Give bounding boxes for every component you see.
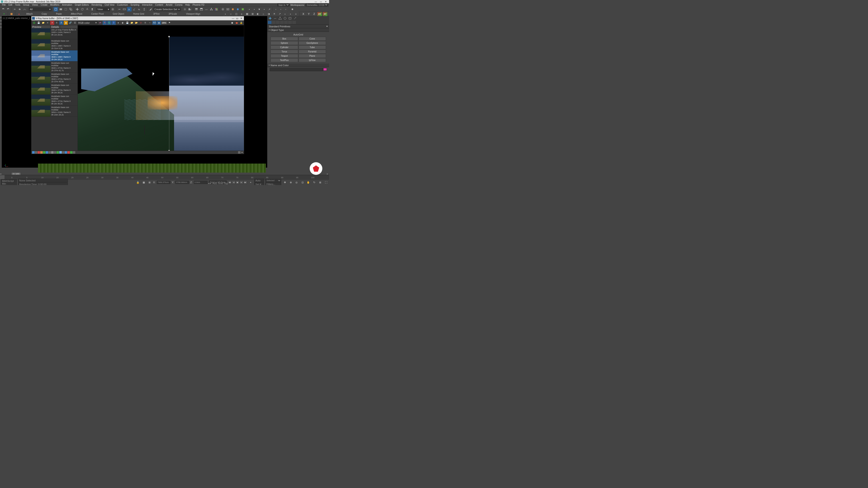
mirror-button[interactable]	[183, 7, 187, 11]
geometry-tab[interactable]	[268, 21, 272, 24]
cc-3[interactable]	[37, 151, 40, 154]
cc-2[interactable]	[35, 151, 37, 154]
nav-6[interactable]: ↻	[312, 180, 316, 185]
cc-5[interactable]	[43, 151, 45, 154]
axis-x[interactable]: X	[301, 12, 306, 16]
cc-16[interactable]	[73, 151, 75, 154]
menu-views[interactable]: Views	[31, 4, 39, 6]
viewport[interactable]: [+] [CAM04_patio interior_1.33 ] V-Ray f…	[2, 16, 267, 168]
vfb-folder2-icon[interactable]: 📂	[134, 21, 138, 25]
tool-3[interactable]: ▼	[257, 7, 261, 11]
cc-14[interactable]	[67, 151, 70, 154]
r-10[interactable]: ✕	[272, 12, 276, 16]
tool-2[interactable]: •	[252, 7, 256, 11]
r-6[interactable]: ⊞	[250, 12, 255, 16]
render-production-button[interactable]	[230, 7, 235, 11]
redo-button[interactable]	[6, 7, 10, 11]
goto-end-button[interactable]: ⏭	[243, 181, 247, 184]
viewport-label[interactable]: [+] [CAM04_patio interior_1.33 ]	[3, 17, 35, 20]
menu-content[interactable]: Content	[154, 4, 164, 6]
vfb-titlebar[interactable]: V-Ray frame buffer - [50% of 3840 x 2887…	[31, 16, 244, 20]
attach-label[interactable]: Attach	[22, 13, 37, 15]
vfb-ab-icon[interactable]: AB	[152, 21, 156, 25]
abs-rel-icon[interactable]: ⊞	[147, 180, 152, 185]
tool-8[interactable]: ▫	[283, 7, 288, 11]
layer-explorer-button[interactable]	[194, 7, 199, 11]
history-item[interactable]: U5-L2-Vray Frame Buffer.m1920 x 1444, fr…	[31, 28, 78, 39]
ab-split-handle-bottom[interactable]	[168, 150, 170, 151]
cc-6[interactable]	[46, 151, 48, 154]
history-item[interactable]: Modelado base con mobiliar3840 x 2716, f…	[31, 72, 78, 84]
vfb-zoom-label[interactable]: 25%	[161, 22, 167, 24]
y-input[interactable]	[176, 181, 189, 184]
vfb-clone-icon[interactable]: ⎘	[143, 21, 147, 25]
vfb-blue-channel[interactable]: B	[112, 21, 116, 25]
lock-selection-icon[interactable]: 🔒	[135, 180, 140, 185]
scale-button[interactable]	[85, 7, 90, 11]
select-manipulate-button[interactable]	[117, 7, 122, 11]
vfb-copy-icon[interactable]: ⎘	[55, 21, 59, 25]
vfb-green-channel[interactable]: G	[107, 21, 111, 25]
tool-5[interactable]: ↗	[267, 7, 272, 11]
select-object-button[interactable]	[54, 7, 58, 11]
menu-create[interactable]: Create	[39, 4, 49, 6]
render-online-button[interactable]	[241, 7, 245, 11]
menu-customize[interactable]: Customize	[116, 4, 129, 6]
menu-help[interactable]: Help	[184, 4, 191, 6]
axis-xy2[interactable]: XY	[323, 12, 327, 16]
render-iterative-button[interactable]	[236, 7, 240, 11]
vfb-save-icon[interactable]: 💾	[37, 21, 41, 25]
vfb-maximize[interactable]: ▭	[235, 17, 239, 20]
vfb-load-icon[interactable]: 📁	[41, 21, 45, 25]
auto-key-button[interactable]: Auto	[254, 179, 264, 182]
cc-dock[interactable]	[238, 151, 241, 154]
z-input[interactable]	[194, 181, 208, 184]
paste-label[interactable]: Paste	[52, 13, 66, 15]
nav-8[interactable]: ⛶	[324, 180, 328, 185]
vfb-trackmouse-icon[interactable]: A	[59, 21, 63, 25]
nav-5[interactable]: ✋	[306, 180, 311, 185]
dock-icon[interactable]	[0, 23, 2, 25]
pscale-label[interactable]: 3PScale	[164, 13, 181, 15]
color-swatch[interactable]	[323, 68, 327, 71]
use-center-button[interactable]	[111, 7, 115, 11]
align-button[interactable]	[188, 7, 192, 11]
vfb-stop-icon[interactable]: ◼	[230, 21, 234, 25]
vfb-power-icon[interactable]: ⏻	[32, 21, 36, 25]
vfb-render-view[interactable]	[78, 25, 244, 151]
spacewarps-tab[interactable]	[288, 21, 292, 24]
cc-8[interactable]	[51, 151, 54, 154]
menu-interactive[interactable]: Interactive	[141, 4, 153, 6]
r-4[interactable]: ≡	[239, 12, 244, 16]
window-crossing-button[interactable]	[68, 7, 73, 11]
object-type-rollout[interactable]: ▾Object Type	[268, 28, 329, 32]
object-name-input[interactable]	[270, 68, 323, 71]
primitive-box[interactable]: Box	[271, 37, 298, 41]
material-editor-button[interactable]	[214, 7, 219, 11]
autogrid-checkbox[interactable]: AutoGrid	[268, 33, 328, 36]
r-1[interactable]: •	[223, 12, 228, 16]
cc-expand[interactable]: ▾	[241, 151, 243, 154]
tool-7[interactable]: ▫	[278, 7, 283, 11]
angle-snap-button[interactable]	[132, 7, 136, 11]
dock-icon[interactable]	[0, 17, 2, 18]
modify-tab[interactable]	[273, 17, 277, 20]
minimize-button[interactable]: —	[313, 0, 318, 3]
r-11[interactable]: ↗	[277, 12, 282, 16]
axis-y[interactable]: Y	[307, 12, 311, 16]
vfb-clear-icon[interactable]: ✕	[50, 21, 54, 25]
primitive-textplus[interactable]: TextPlus	[271, 58, 298, 62]
create-tab[interactable]	[268, 17, 272, 20]
r-3[interactable]: ◻	[234, 12, 239, 16]
nav-3[interactable]: ◎	[294, 180, 299, 185]
primitive-plane[interactable]: Plane	[299, 54, 326, 58]
ribbon-poly[interactable]	[9, 12, 14, 16]
schematic-view-button[interactable]	[209, 7, 214, 11]
primitive-sphere[interactable]: Sphere	[271, 41, 298, 45]
r-2[interactable]: ○	[228, 12, 233, 16]
primitive-geosphere[interactable]: GeoSphere	[299, 41, 326, 45]
isolate-icon[interactable]: ▦	[142, 180, 146, 185]
r-14[interactable]: +	[293, 12, 298, 16]
menu-arnold[interactable]: Arnold	[164, 4, 174, 6]
percent-snap-button[interactable]: %	[137, 7, 142, 11]
